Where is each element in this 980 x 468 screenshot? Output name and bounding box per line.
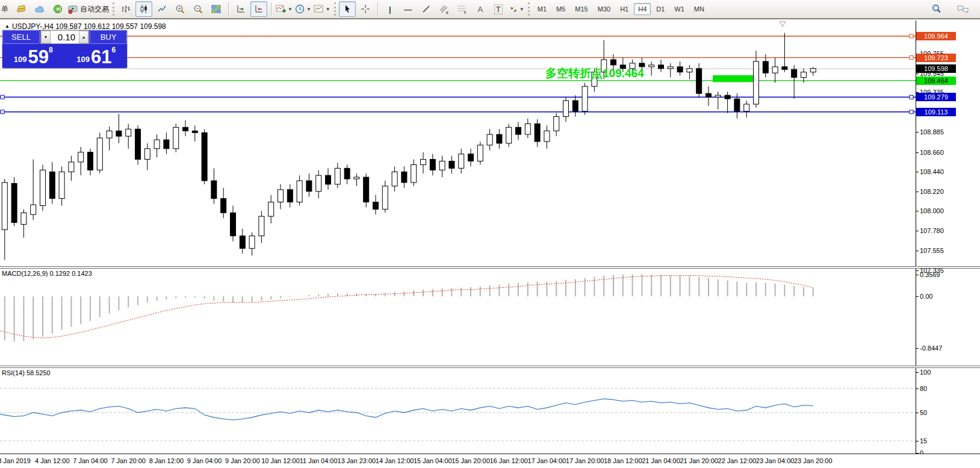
time-tick-label: 11 Jan 04:00 bbox=[300, 457, 338, 464]
macd-tick-label: -0.8447 bbox=[920, 344, 942, 352]
candle-bullish bbox=[439, 161, 445, 170]
price-axis[interactable]: 109.765109.545109.335108.885108.660108.4… bbox=[916, 19, 980, 454]
candle-bullish bbox=[69, 162, 74, 172]
horizontal-line-tool[interactable]: — bbox=[400, 1, 417, 17]
new-order-button[interactable]: 单 bbox=[0, 4, 12, 14]
candle-bearish bbox=[468, 154, 474, 161]
search-icon bbox=[931, 4, 942, 14]
time-tick-label: 16 Jan 12:00 bbox=[489, 457, 528, 464]
candle-bullish bbox=[687, 69, 692, 72]
candle-bullish bbox=[810, 69, 816, 72]
candle-bullish bbox=[563, 101, 569, 117]
text-icon: A bbox=[477, 5, 483, 14]
mql5-cloud-icon[interactable] bbox=[31, 1, 48, 17]
candle-bullish bbox=[668, 67, 673, 69]
candle-bullish bbox=[268, 202, 274, 216]
price-level-badge: 109.723 bbox=[916, 54, 956, 62]
search-button[interactable] bbox=[928, 1, 945, 17]
channel-icon: E bbox=[439, 4, 450, 14]
trendline-icon bbox=[421, 4, 431, 14]
chart-window[interactable]: ▲USDJPY-,H4 109.587 109.612 109.557 109.… bbox=[0, 19, 980, 468]
templates-button[interactable]: ▼ bbox=[313, 1, 331, 17]
price-level-badge: 109.598 bbox=[916, 64, 956, 73]
candle-bearish bbox=[706, 93, 712, 97]
macd-indicator-label: MACD(12,26,9) 0.1292 0.1423 bbox=[2, 270, 92, 277]
sell-button[interactable]: SELL bbox=[2, 30, 40, 44]
crosshair-tool[interactable] bbox=[357, 1, 374, 17]
timeframe-d1[interactable]: D1 bbox=[652, 3, 669, 15]
time-axis[interactable]: 3 Jan 20194 Jan 12:007 Jan 04:007 Jan 20… bbox=[0, 454, 980, 468]
text-label-tool[interactable]: T bbox=[490, 1, 507, 17]
volume-input[interactable]: 0.10 bbox=[51, 32, 79, 42]
ohlc-close: 109.598 bbox=[140, 22, 166, 31]
candle-bearish bbox=[792, 69, 797, 77]
candlestick-chart-icon[interactable] bbox=[135, 1, 152, 17]
time-tick-label: 8 Jan 12:00 bbox=[149, 457, 184, 464]
sell-price[interactable]: 109 59 8 bbox=[2, 45, 64, 68]
timeframe-m1[interactable]: M1 bbox=[533, 3, 551, 15]
gold-coin-icon[interactable] bbox=[13, 1, 30, 17]
rsi-line bbox=[0, 399, 813, 420]
trendline-tool[interactable] bbox=[418, 1, 435, 17]
chart-canvas[interactable] bbox=[0, 19, 980, 468]
price-level-badge: 109.464 bbox=[916, 76, 956, 85]
chart-shift-icon[interactable] bbox=[250, 1, 267, 17]
volume-decrease-button[interactable]: ▼ bbox=[41, 31, 51, 43]
autotrading-button[interactable]: 自动交易 bbox=[67, 1, 110, 17]
zoom-out-icon[interactable] bbox=[190, 1, 206, 17]
timeframe-mn[interactable]: MN bbox=[690, 3, 709, 15]
timeframe-h4[interactable]: H4 bbox=[634, 3, 651, 15]
timeframe-m5[interactable]: M5 bbox=[552, 3, 569, 15]
time-tick-label: 21 Jan 20:00 bbox=[680, 457, 718, 464]
rsi-pane-separator[interactable] bbox=[0, 366, 980, 368]
candle-bullish bbox=[278, 190, 284, 202]
candle-bullish bbox=[173, 127, 179, 148]
periods-button[interactable]: ▼ bbox=[294, 1, 312, 17]
candle-bullish bbox=[154, 140, 160, 149]
arrows-tool[interactable]: ▼ bbox=[508, 1, 525, 17]
fibonacci-tool[interactable]: F bbox=[454, 1, 471, 17]
fibonacci-icon: F bbox=[457, 4, 468, 14]
vertical-line-tool[interactable]: | bbox=[382, 1, 399, 17]
timeframe-m15[interactable]: M15 bbox=[571, 3, 592, 15]
bar-chart-icon[interactable] bbox=[117, 1, 134, 17]
tile-windows-icon[interactable] bbox=[208, 1, 225, 17]
panel-collapse-icon[interactable]: ▲ bbox=[5, 23, 10, 29]
timeframe-h1[interactable]: H1 bbox=[616, 3, 633, 15]
toolbar-grip bbox=[113, 2, 114, 16]
candle-bearish bbox=[202, 133, 207, 181]
candle-bearish bbox=[183, 127, 188, 131]
timeframe-m30[interactable]: M30 bbox=[594, 3, 615, 15]
candle-bullish bbox=[78, 152, 84, 162]
volume-increase-button[interactable]: ▲ bbox=[79, 31, 88, 43]
chat-button[interactable] bbox=[955, 1, 972, 17]
main-toolbar: 单 自动交易 ▼ ▼ ▼ | — E F A T ▼ M1M5M15M30H1H… bbox=[0, 0, 980, 19]
toolbar-separator bbox=[228, 2, 229, 16]
time-tick-label: 17 Jan 04:00 bbox=[528, 457, 566, 464]
candle-bearish bbox=[231, 213, 236, 236]
time-tick-label: 4 Jan 12:00 bbox=[35, 457, 70, 464]
line-chart-icon[interactable] bbox=[154, 1, 170, 17]
timeframe-w1[interactable]: W1 bbox=[670, 3, 689, 15]
price-tick-label: 108.660 bbox=[920, 148, 944, 157]
channel-tool[interactable]: E bbox=[436, 1, 453, 17]
candle-bearish bbox=[88, 152, 93, 170]
buy-button[interactable]: BUY bbox=[90, 30, 127, 44]
macd-pane-separator[interactable] bbox=[0, 266, 980, 269]
buy-price[interactable]: 109 61 6 bbox=[66, 45, 128, 68]
candle-bullish bbox=[459, 154, 464, 169]
cursor-tool[interactable] bbox=[339, 1, 356, 17]
text-tool[interactable]: A bbox=[472, 1, 489, 17]
indicators-button[interactable]: ▼ bbox=[275, 1, 293, 17]
one-click-trading-panel: SELL ▼ 0.10 ▲ BUY 109 59 8 109 61 6 bbox=[2, 30, 127, 68]
signals-icon[interactable] bbox=[49, 1, 66, 17]
auto-scroll-icon[interactable] bbox=[232, 1, 249, 17]
zoom-in-icon[interactable] bbox=[172, 1, 188, 17]
candle-bearish bbox=[449, 161, 454, 169]
price-level-badge: 109.964 bbox=[916, 32, 956, 40]
vline-icon: | bbox=[389, 5, 391, 14]
candle-bullish bbox=[772, 67, 778, 73]
price-level-badge: 109.113 bbox=[916, 108, 956, 116]
candle-bullish bbox=[2, 183, 7, 229]
highlight-box bbox=[713, 75, 757, 82]
